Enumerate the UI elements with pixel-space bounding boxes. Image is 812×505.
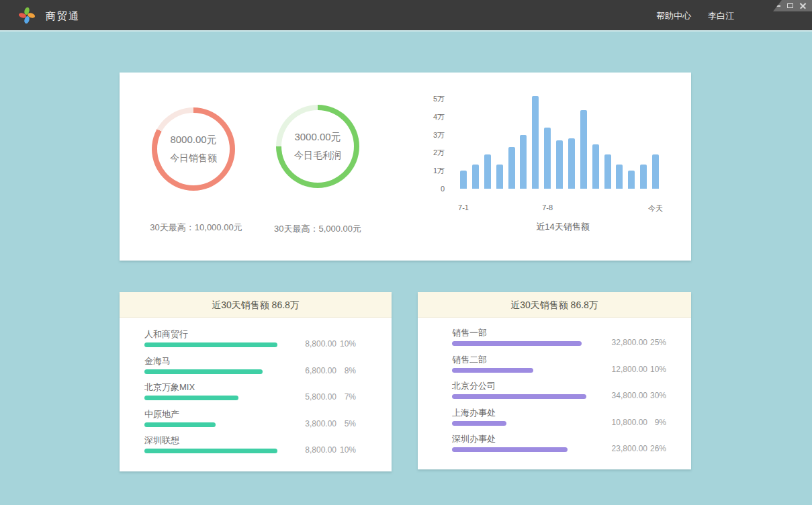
today-sales-value: 8000.00元 bbox=[170, 134, 216, 146]
profit-30d-max-caption: 30天最高：5,000.00元 bbox=[251, 223, 385, 235]
rank-row: 北京分公司34,800.0030% bbox=[418, 379, 691, 406]
bar bbox=[592, 144, 599, 189]
y-axis-tick: 1万 bbox=[411, 166, 445, 175]
app-title: 商贸通 bbox=[46, 0, 80, 32]
rank-row: 北京万象MIX5,800.007% bbox=[120, 381, 392, 408]
rank-percent: 10% bbox=[332, 445, 356, 455]
rank-bar bbox=[452, 447, 568, 452]
rank-bar bbox=[452, 421, 506, 426]
y-axis-tick: 0 bbox=[411, 184, 445, 193]
maximize-icon[interactable] bbox=[787, 3, 793, 8]
rank-label: 北京万象MIX bbox=[144, 381, 195, 394]
rank-label: 金海马 bbox=[144, 355, 171, 367]
rank-row: 销售一部32,800.0025% bbox=[418, 326, 691, 353]
rank-label: 销售二部 bbox=[452, 354, 487, 366]
rank-amount: 34,800.00 bbox=[584, 391, 647, 400]
rank-row: 金海马6,800.008% bbox=[120, 355, 392, 381]
title-bar: 商贸通 帮助中心 李白江 bbox=[0, 0, 812, 32]
bar bbox=[616, 165, 623, 189]
pinwheel-logo-icon bbox=[17, 6, 36, 25]
rank-amount: 8,800.00 bbox=[273, 339, 336, 349]
x-axis-tick: 7-1 bbox=[443, 203, 484, 212]
today-profit-gauge: 3000.00元 今日毛利润 bbox=[276, 105, 359, 188]
overview-card: 8000.00元 今日销售额 30天最高：10,000.00元 3000.00元… bbox=[120, 73, 691, 261]
user-name-menu[interactable]: 李白江 bbox=[708, 0, 734, 32]
rank-percent: 8% bbox=[332, 366, 356, 375]
rank-percent: 10% bbox=[642, 365, 666, 374]
rank-label: 上海办事处 bbox=[452, 407, 496, 419]
today-profit-value: 3000.00元 bbox=[294, 131, 341, 144]
rank-bar bbox=[144, 369, 263, 374]
rank-bar bbox=[452, 341, 582, 346]
minimize-icon[interactable] bbox=[774, 5, 780, 7]
rank-label: 北京分公司 bbox=[452, 380, 496, 392]
rank-label: 深圳办事处 bbox=[452, 433, 496, 445]
bar bbox=[640, 165, 647, 189]
bar bbox=[568, 138, 575, 189]
help-center-link[interactable]: 帮助中心 bbox=[656, 0, 691, 32]
rank-row: 上海办事处10,800.009% bbox=[418, 406, 691, 433]
close-icon[interactable] bbox=[800, 3, 806, 9]
daily-sales-chart-title: 近14天销售额 bbox=[462, 221, 664, 233]
rank-bar bbox=[144, 342, 277, 347]
today-sales-gauge-text: 8000.00元 今日销售额 bbox=[157, 113, 230, 185]
app-window: 商贸通 帮助中心 李白江 8000.00元 今日销售额 30天最高：10,000… bbox=[0, 0, 812, 505]
rank-row: 深圳联想8,800.0010% bbox=[120, 434, 392, 461]
bar bbox=[460, 171, 467, 189]
rank-amount: 23,800.00 bbox=[584, 444, 647, 453]
bar bbox=[544, 128, 551, 189]
rank-bar bbox=[452, 368, 533, 373]
rank-percent: 26% bbox=[642, 444, 666, 453]
y-axis-tick: 4万 bbox=[411, 112, 445, 122]
rank-amount: 32,800.00 bbox=[584, 338, 647, 347]
rank-amount: 6,800.00 bbox=[273, 366, 336, 375]
rank-row: 人和商贸行8,800.0010% bbox=[120, 328, 392, 355]
rank-percent: 5% bbox=[332, 419, 356, 428]
y-axis-tick: 2万 bbox=[411, 148, 445, 157]
sales-30d-max-caption: 30天最高：10,000.00元 bbox=[129, 222, 263, 234]
rank-row: 中原地产3,800.005% bbox=[120, 408, 392, 434]
rank-percent: 7% bbox=[332, 392, 356, 402]
rank-percent: 25% bbox=[642, 338, 666, 347]
rank-bar bbox=[144, 449, 277, 453]
rank-percent: 30% bbox=[642, 391, 666, 400]
departments-rank-list: 销售一部32,800.0025%销售二部12,800.0010%北京分公司34,… bbox=[418, 318, 691, 459]
bar bbox=[580, 110, 587, 189]
rank-label: 深圳联想 bbox=[144, 434, 179, 447]
bar bbox=[556, 140, 563, 189]
rank-amount: 3,800.00 bbox=[273, 419, 336, 428]
rank-amount: 5,800.00 bbox=[273, 392, 336, 402]
bar bbox=[508, 147, 515, 189]
today-sales-label: 今日销售额 bbox=[170, 152, 217, 165]
bar bbox=[604, 154, 611, 189]
bar bbox=[472, 165, 479, 189]
rank-percent: 9% bbox=[642, 418, 666, 427]
customers-ranking-card: 近30天销售额 86.8万 人和商贸行8,800.0010%金海马6,800.0… bbox=[120, 292, 392, 471]
today-profit-label: 今日毛利润 bbox=[294, 150, 341, 162]
y-axis-tick: 3万 bbox=[411, 130, 445, 140]
rank-label: 人和商贸行 bbox=[144, 328, 188, 340]
rank-amount: 8,800.00 bbox=[273, 445, 336, 455]
rank-label: 销售一部 bbox=[452, 327, 487, 339]
rank-amount: 12,800.00 bbox=[584, 365, 647, 374]
today-sales-gauge: 8000.00元 今日销售额 bbox=[152, 107, 235, 191]
bar bbox=[532, 96, 539, 189]
daily-sales-bars bbox=[460, 90, 659, 189]
rank-row: 销售二部12,800.0010% bbox=[418, 353, 691, 380]
window-controls bbox=[773, 0, 812, 11]
bar bbox=[484, 154, 491, 189]
customers-rank-list: 人和商贸行8,800.0010%金海马6,800.008%北京万象MIX5,80… bbox=[120, 318, 392, 461]
customers-card-title: 近30天销售额 86.8万 bbox=[120, 292, 392, 318]
today-profit-gauge-text: 3000.00元 今日毛利润 bbox=[281, 110, 354, 183]
rank-bar bbox=[452, 394, 586, 399]
x-axis-tick: 今天 bbox=[635, 203, 676, 214]
rank-row: 深圳办事处23,800.0026% bbox=[418, 432, 691, 459]
x-axis-tick: 7-8 bbox=[527, 203, 568, 212]
rank-percent: 10% bbox=[332, 339, 356, 349]
rank-bar bbox=[144, 396, 238, 400]
rank-amount: 10,800.00 bbox=[584, 418, 647, 427]
rank-label: 中原地产 bbox=[144, 408, 179, 420]
rank-bar bbox=[144, 422, 216, 427]
y-axis-tick: 5万 bbox=[411, 94, 445, 103]
departments-ranking-card: 近30天销售额 86.8万 销售一部32,800.0025%销售二部12,800… bbox=[418, 292, 691, 469]
